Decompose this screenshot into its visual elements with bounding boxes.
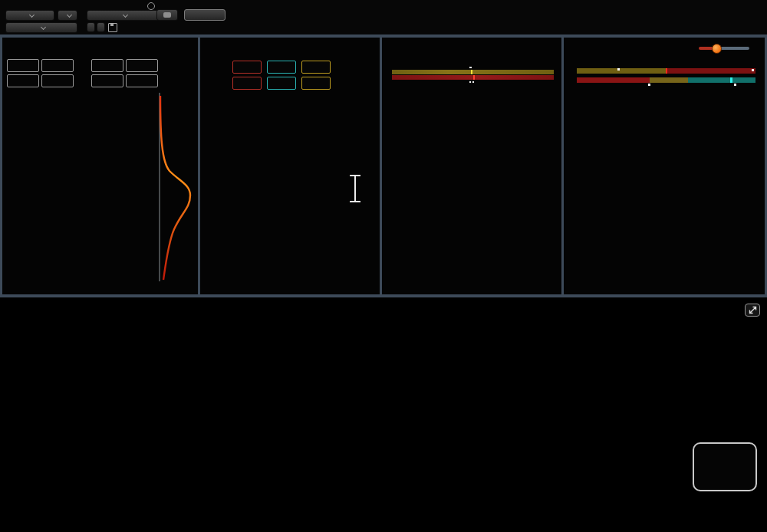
right-panel: [0, 0, 767, 532]
spl-logo: [693, 442, 757, 491]
expand-button[interactable]: [745, 304, 760, 317]
plugin-window: [0, 0, 767, 532]
expand-icon: [749, 306, 757, 314]
